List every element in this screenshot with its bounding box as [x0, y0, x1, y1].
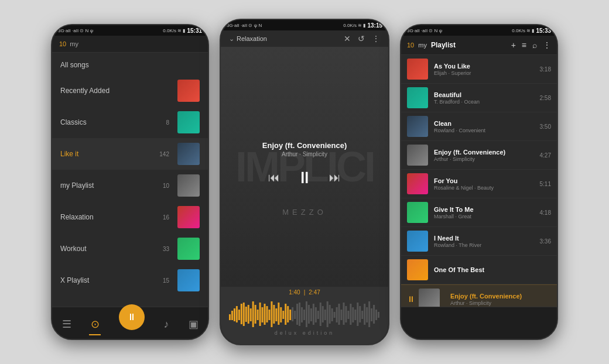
menu-item-classics[interactable]: Classics 8: [52, 107, 208, 138]
progress-area: 1:40 | 2:47: [221, 287, 388, 344]
svg-rect-59: [366, 307, 368, 322]
left-screen: 10 my All songs Recently Added Classics …: [52, 36, 208, 307]
menu-item-all-songs[interactable]: All songs: [52, 55, 208, 75]
now-playing-bar[interactable]: ⏸ Enjoy (ft. Convenience) Arthur · Simpl…: [401, 284, 557, 307]
mezzo-label: MEZZO: [282, 208, 327, 217]
chevron-down-icon: ⌄: [229, 35, 234, 43]
svg-rect-2: [234, 308, 235, 321]
thumb-classics: [177, 111, 200, 133]
song-item-give-it-to-me[interactable]: Give It To Me Marshall · Great 4:18: [401, 198, 557, 227]
repeat-icon[interactable]: ↺: [358, 34, 365, 43]
next-button[interactable]: ⏭: [329, 171, 341, 184]
song-info-now-playing: Enjoy (ft. Convenience) Arthur · Simplic…: [450, 293, 551, 306]
song-item-i-need-it[interactable]: I Need It Rowland · The River 3:36: [401, 227, 557, 256]
song-item-for-you[interactable]: For You Rosaline & Nigel · Beauty 5:11: [401, 170, 557, 198]
nav-folder[interactable]: ▣: [189, 315, 199, 331]
prev-button[interactable]: ⏮: [268, 171, 280, 184]
svg-rect-61: [371, 308, 372, 321]
svg-rect-58: [364, 304, 365, 325]
svg-rect-23: [282, 311, 284, 319]
waveform[interactable]: [229, 298, 380, 330]
svg-rect-15: [264, 304, 266, 325]
song-info-as-you-like: As You Like Elijah · Superior: [434, 63, 540, 76]
menu-item-like-it[interactable]: Like it 142: [52, 138, 208, 170]
svg-rect-21: [278, 303, 279, 325]
right-status-center: 0.0K/s ≋ ▮ 13:15: [343, 22, 382, 29]
svg-rect-3: [236, 306, 238, 322]
svg-rect-24: [285, 304, 286, 325]
song-item-one-of-the-best[interactable]: One Of The Best: [401, 256, 557, 284]
svg-rect-47: [338, 304, 340, 325]
song-info-beautiful: Beautiful T. Bradford · Ocean: [434, 91, 540, 105]
total-time: 2:47: [309, 289, 320, 296]
menu-item-relaxation[interactable]: Relaxation 16: [52, 201, 208, 233]
song-item-as-you-like[interactable]: As You Like Elijah · Superior 3:18: [401, 55, 557, 84]
thumb-x-playlist: [177, 269, 200, 291]
track-info: Enjoy (ft. Convenience) Arthur · Simplic…: [262, 141, 347, 157]
playlist-header-right: + ≡ ⌕ ⋮: [511, 40, 551, 50]
filter-icon[interactable]: ≡: [522, 40, 526, 50]
time-separator: |: [304, 289, 306, 296]
svg-rect-28: [294, 311, 296, 319]
playlist-header-left: 10 my Playlist: [407, 41, 456, 49]
svg-rect-11: [255, 305, 256, 324]
svg-rect-53: [352, 307, 354, 322]
signal-icons-center: 3G·aII ·aII ⊙ ψ N: [227, 23, 262, 28]
nav-home[interactable]: ⊙: [91, 315, 100, 331]
svg-rect-63: [375, 310, 377, 320]
menu-item-recently-added[interactable]: Recently Added: [52, 75, 208, 107]
search-icon[interactable]: ⌕: [532, 40, 537, 50]
add-icon[interactable]: +: [511, 40, 516, 50]
playback-controls: ⏮ ⏸ ⏭: [268, 162, 341, 193]
playlist-num-left: 10 my: [59, 40, 78, 47]
svg-rect-49: [343, 303, 344, 325]
song-item-beautiful[interactable]: Beautiful T. Bradford · Ocean 2:58: [401, 84, 557, 112]
svg-rect-34: [308, 305, 310, 324]
svg-rect-10: [252, 301, 254, 327]
song-item-clean[interactable]: Clean Rowland · Convenient 3:50: [401, 112, 557, 141]
song-item-enjoy[interactable]: Enjoy (ft. Convenience) Arthur · Simplic…: [401, 141, 557, 170]
thumb-like-it: [177, 143, 200, 165]
svg-rect-36: [313, 304, 314, 325]
album-art-area: IMPLICI Enjoy (ft. Convenience) Arthur ·…: [221, 47, 388, 287]
svg-rect-5: [241, 304, 242, 324]
song-info-give-it-to-me: Give It To Me Marshall · Great: [434, 206, 540, 219]
svg-rect-57: [361, 311, 363, 319]
phone-left: 3G·aII ·aII ⊙ N ψ 0.0K/s ≋ ▮ 15:31 10 my…: [51, 24, 209, 340]
song-list: As You Like Elijah · Superior 3:18 Beaut…: [401, 55, 557, 307]
svg-rect-42: [327, 301, 329, 327]
svg-rect-32: [303, 310, 305, 320]
left-header: 10 my: [52, 36, 208, 53]
menu-item-my-playlist[interactable]: my Playlist 10: [52, 170, 208, 201]
svg-rect-48: [341, 310, 343, 320]
music-icon: ♪: [164, 318, 169, 331]
signal-icons-left: 3G·aII ·aII ⊙ N ψ: [58, 28, 93, 33]
menu-item-x-playlist[interactable]: X Playlist 15: [52, 265, 208, 296]
song-info-clean: Clean Rowland · Convenient: [434, 120, 540, 133]
nav-playing[interactable]: ⏸: [119, 304, 145, 330]
more-icon[interactable]: ⋮: [372, 34, 380, 43]
svg-rect-30: [299, 303, 300, 326]
svg-rect-55: [357, 303, 358, 326]
svg-rect-45: [334, 312, 336, 318]
more-options-icon[interactable]: ⋮: [543, 40, 551, 50]
svg-rect-50: [345, 306, 347, 322]
shuffle-icon[interactable]: ✕: [344, 34, 351, 43]
song-info-i-need-it: I Need It Rowland · The River: [434, 235, 540, 248]
svg-rect-60: [368, 301, 370, 327]
song-info-one-of-the-best: One Of The Best: [434, 266, 551, 273]
right-status-left: 0.0K/s ≋ ▮ 15:31: [163, 28, 202, 34]
svg-rect-29: [296, 304, 298, 325]
signal-icons-right: 3G·aII ·aII ⊙ N ψ: [407, 28, 442, 33]
nav-menu[interactable]: ☰: [62, 315, 71, 331]
nav-music[interactable]: ♪: [164, 316, 169, 331]
svg-rect-52: [350, 304, 351, 325]
thumb-my-playlist: [177, 174, 200, 197]
svg-rect-8: [248, 305, 249, 324]
pause-button[interactable]: ⏸: [296, 168, 313, 187]
svg-rect-26: [289, 310, 291, 320]
status-bar-left: 3G·aII ·aII ⊙ N ψ 0.0K/s ≋ ▮ 15:31: [52, 25, 208, 36]
menu-item-workout[interactable]: Workout 33: [52, 233, 208, 265]
track-name: Enjoy (ft. Convenience): [262, 141, 347, 150]
svg-rect-14: [262, 307, 264, 322]
